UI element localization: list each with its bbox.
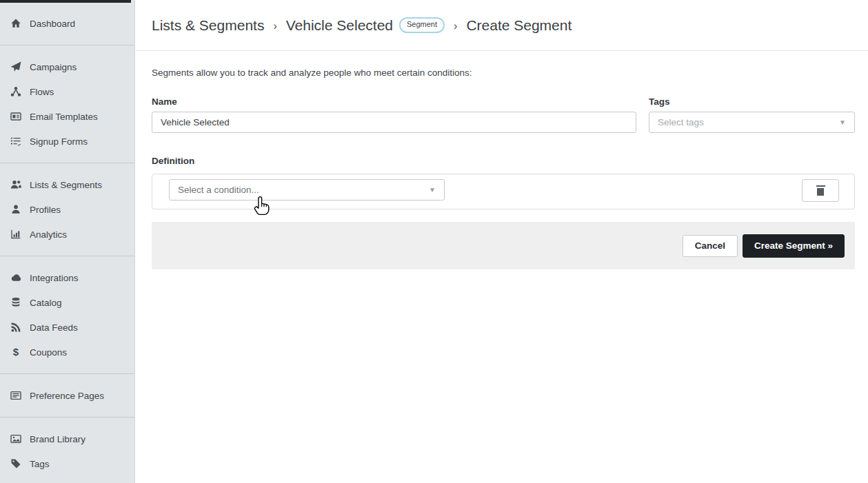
sidebar-item-preference-pages[interactable]: Preference Pages <box>0 383 134 408</box>
sidebar-item-label: Profiles <box>30 205 61 215</box>
person-icon <box>10 204 22 216</box>
delete-condition-button[interactable] <box>802 179 839 202</box>
breadcrumb-create-segment: Create Segment <box>466 17 572 34</box>
sidebar-divider <box>0 256 134 256</box>
sidebar-item-data-feeds[interactable]: Data Feeds <box>0 315 134 340</box>
tags-field-label: Tags <box>649 96 670 107</box>
sidebar-item-label: Campaigns <box>30 62 77 72</box>
breadcrumb-separator: › <box>273 19 276 32</box>
bar-chart-icon <box>10 229 22 240</box>
paper-plane-icon <box>10 61 22 73</box>
breadcrumb-lists-segments[interactable]: Lists & Segments <box>152 17 264 34</box>
trash-icon <box>816 185 825 187</box>
cancel-button[interactable]: Cancel <box>683 235 738 257</box>
definition-label: Definition <box>152 156 194 166</box>
create-segment-page: Dashboard Campaigns Flows Email Templa <box>0 0 868 483</box>
sidebar-item-label: Dashboard <box>30 19 75 29</box>
breadcrumb: Lists & Segments › Vehicle Selected Segm… <box>152 17 572 34</box>
breadcrumb-segment-name[interactable]: Vehicle Selected <box>286 17 393 34</box>
sidebar-divider <box>0 45 134 45</box>
cloud-icon <box>10 272 22 284</box>
sidebar-nav: Dashboard Campaigns Flows Email Templa <box>0 3 134 476</box>
preference-list-icon <box>10 390 22 402</box>
sidebar-divider <box>0 417 134 418</box>
sidebar-item-label: Brand Library <box>30 434 85 444</box>
home-icon <box>10 18 22 30</box>
sidebar-item-tags[interactable]: Tags <box>0 451 134 476</box>
rss-icon <box>10 322 22 333</box>
sidebar-item-coupons[interactable]: $ Coupons <box>0 340 134 364</box>
tags-select[interactable]: Select tags ▼ <box>649 112 855 133</box>
sidebar: Dashboard Campaigns Flows Email Templa <box>0 0 135 483</box>
sidebar-item-label: Data Feeds <box>30 322 78 333</box>
page-header: Lists & Segments › Vehicle Selected Segm… <box>136 0 868 51</box>
sidebar-item-profiles[interactable]: Profiles <box>0 197 134 222</box>
sidebar-item-campaigns[interactable]: Campaigns <box>0 54 134 79</box>
people-icon <box>10 179 22 191</box>
sidebar-item-label: Analytics <box>30 229 67 240</box>
sidebar-item-label: Signup Forms <box>30 136 88 147</box>
sidebar-item-integrations[interactable]: Integrations <box>0 265 134 290</box>
sidebar-item-label: Lists & Segments <box>30 180 102 190</box>
main-content: Lists & Segments › Vehicle Selected Segm… <box>136 0 868 483</box>
svg-text:$: $ <box>13 347 19 358</box>
sidebar-item-label: Tags <box>30 459 50 469</box>
email-template-icon <box>10 111 22 123</box>
signup-form-icon <box>10 136 22 147</box>
segment-type-badge: Segment <box>399 17 445 32</box>
sidebar-item-label: Coupons <box>30 347 67 358</box>
tags-select-placeholder: Select tags <box>658 117 704 127</box>
sidebar-item-label: Preference Pages <box>30 391 104 401</box>
flow-icon <box>10 86 22 98</box>
condition-select[interactable]: Select a condition... ▼ <box>169 179 445 201</box>
dollar-icon: $ <box>10 347 22 358</box>
segment-name-input[interactable] <box>152 112 636 133</box>
sidebar-item-catalog[interactable]: Catalog <box>0 290 134 315</box>
sidebar-item-brand-library[interactable]: Brand Library <box>0 427 134 451</box>
sidebar-item-signup-forms[interactable]: Signup Forms <box>0 129 134 154</box>
sidebar-item-label: Flows <box>30 87 54 97</box>
chevron-down-icon: ▼ <box>839 119 846 126</box>
breadcrumb-separator: › <box>454 19 457 32</box>
sidebar-divider <box>0 373 134 374</box>
tag-icon <box>10 458 22 470</box>
sidebar-item-label: Integrations <box>30 273 79 283</box>
form-footer: Cancel Create Segment » <box>152 222 855 269</box>
sidebar-item-analytics[interactable]: Analytics <box>0 222 134 247</box>
sidebar-item-dashboard[interactable]: Dashboard <box>0 11 134 36</box>
sidebar-divider <box>0 163 134 163</box>
chevron-down-icon: ▼ <box>429 186 436 194</box>
sidebar-item-label: Catalog <box>30 298 62 308</box>
condition-select-placeholder: Select a condition... <box>178 185 259 195</box>
sidebar-item-lists-segments[interactable]: Lists & Segments <box>0 172 134 197</box>
create-segment-button[interactable]: Create Segment » <box>743 234 845 258</box>
condition-card: Select a condition... ▼ <box>152 174 855 209</box>
sidebar-item-label: Email Templates <box>30 112 98 122</box>
sidebar-item-flows[interactable]: Flows <box>0 79 134 104</box>
breadcrumb-vehicle-selected: Vehicle Selected Segment <box>286 17 445 34</box>
database-icon <box>10 297 22 309</box>
segments-description: Segments allow you to track and analyze … <box>152 68 472 78</box>
sidebar-item-email-templates[interactable]: Email Templates <box>0 104 134 129</box>
name-field-label: Name <box>152 96 177 107</box>
image-icon <box>10 433 22 445</box>
